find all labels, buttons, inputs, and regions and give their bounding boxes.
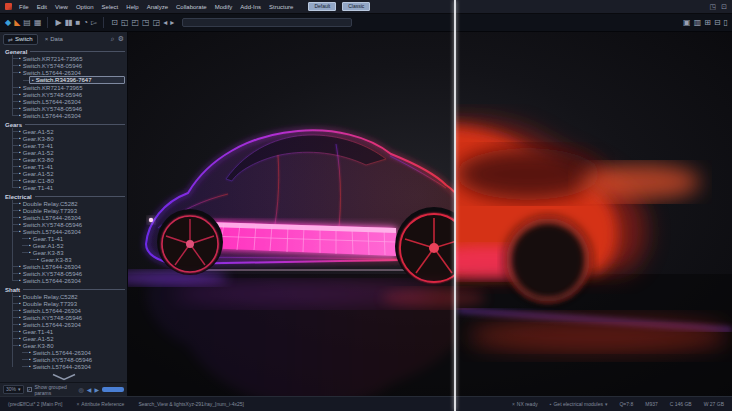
tree-item[interactable]: ▪Gear.A1-52: [19, 128, 125, 135]
tree-item[interactable]: ▪Double Relay.T7393: [19, 300, 125, 307]
tree-item[interactable]: ▪Switch.KY5748-05946: [19, 221, 125, 228]
tree-item[interactable]: ▪Gear.A1-52: [29, 242, 125, 249]
zoom-level-select[interactable]: 30% ▾: [3, 385, 24, 394]
menu-select[interactable]: Select: [102, 4, 119, 10]
tree-trunk-line: [12, 128, 13, 188]
tree-item[interactable]: ▪Switch.L57644-26304: [19, 112, 125, 119]
mode-default-button[interactable]: Default: [308, 2, 336, 11]
save-icon[interactable]: ⊞: [704, 18, 710, 28]
tree-item[interactable]: ▪Gear.T1-41: [19, 328, 125, 335]
grouped-params-checkbox[interactable]: ✓: [27, 387, 32, 392]
print-icon[interactable]: ⊡: [721, 3, 727, 11]
printer-icon[interactable]: ⊡: [111, 18, 117, 28]
image-document-icon[interactable]: ▦: [34, 18, 41, 28]
export-icon[interactable]: ⊟: [714, 18, 720, 28]
play-icon[interactable]: ▶: [55, 18, 60, 28]
tree-item[interactable]: ▪Switch.KY5748-05946: [29, 356, 125, 363]
status-attribute-reference[interactable]: ×Attribute Reference: [76, 401, 124, 407]
tree-item[interactable]: ▪Switch.L57644-26304: [19, 228, 125, 235]
menu-structure[interactable]: Structure: [269, 4, 293, 10]
tree-item[interactable]: ▪Gear.A1-52: [19, 149, 125, 156]
target-icon[interactable]: ◎: [79, 386, 84, 393]
tree-item[interactable]: ▪Switch.L57644-26304: [19, 69, 125, 76]
tree-item[interactable]: ▪Switch.L57644-26304: [19, 277, 125, 284]
tree-item[interactable]: ▪Gear.A1-52: [19, 335, 125, 342]
tree-item[interactable]: ▪Gear.T1-41: [19, 163, 125, 170]
app-logo-icon[interactable]: ◆: [5, 18, 10, 28]
comparison-slider-line[interactable]: [454, 0, 456, 411]
tree-item[interactable]: ▪Switch.KR7214-73965: [19, 84, 125, 91]
menu-addins[interactable]: Add-Ins: [240, 4, 261, 10]
tree-item[interactable]: ▪Switch.R34396-7647: [29, 76, 125, 84]
tree-item[interactable]: ▪Switch.L57644-26304: [29, 349, 125, 356]
tree-item[interactable]: ▪Switch.KY5748-05946: [19, 91, 125, 98]
tree-item[interactable]: ▪Double Relay.C5282: [19, 200, 125, 207]
tree-item[interactable]: ▪Switch.L57644-26304: [19, 321, 125, 328]
tree-item[interactable]: ▪Switch.KR7214-73965: [19, 55, 125, 62]
tree-item[interactable]: ▪Gear.A1-52: [19, 170, 125, 177]
gear-icon[interactable]: ⚙: [118, 35, 124, 43]
stop-icon[interactable]: ■: [75, 18, 79, 28]
document-icon[interactable]: ▤: [23, 18, 30, 28]
arrow-right-icon[interactable]: ▶: [94, 386, 99, 393]
tree-item[interactable]: ▪Switch.L57644-26304: [19, 263, 125, 270]
toolbar-path-field[interactable]: [182, 18, 352, 27]
tree-item[interactable]: ▪Gear.K3-83: [29, 249, 125, 256]
tab-switch[interactable]: ⇄ Switch: [3, 34, 38, 45]
tab-data[interactable]: × Data: [41, 35, 67, 43]
pause-icon[interactable]: ▮▮: [65, 18, 72, 28]
tree-item[interactable]: ▪Double Relay.C5282: [19, 293, 125, 300]
status-marker: M937: [645, 401, 658, 407]
tree-item[interactable]: ▪Double Relay.T7393: [19, 207, 125, 214]
nav-left-icon[interactable]: ◂: [163, 18, 166, 28]
clock-icon[interactable]: ◔: [83, 18, 87, 28]
tree-item[interactable]: ▪Switch.L57644-26304: [29, 363, 125, 370]
close-icon[interactable]: ×: [45, 36, 49, 42]
search-icon[interactable]: ⌕: [111, 35, 115, 43]
tree-item[interactable]: ▪Switch.L57644-26304: [19, 98, 125, 105]
status-modules-dropdown[interactable]: ▪Get electrical modules▾: [550, 401, 608, 407]
tree-item[interactable]: ▪Switch.KY5748-05946: [19, 62, 125, 69]
tree-item[interactable]: ▪Gear.K3-80: [19, 135, 125, 142]
menu-collaborate[interactable]: Collaborate: [176, 4, 207, 10]
viewport-3d[interactable]: [128, 32, 732, 396]
tree-item[interactable]: ▪Gear.K3-80: [19, 156, 125, 163]
menu-edit[interactable]: Edit: [37, 4, 47, 10]
copy-icon[interactable]: ◱: [121, 18, 128, 28]
pointer-tool-icon[interactable]: ◣: [14, 18, 19, 28]
menu-view[interactable]: View: [55, 4, 68, 10]
tree-item[interactable]: ▪Gear.K3-83: [37, 256, 125, 263]
mode-classic-button[interactable]: Classic: [342, 2, 370, 11]
tree-item-label: Switch.KY5748-05946: [23, 63, 82, 69]
tree-item[interactable]: ▪Switch.KY5748-05946: [19, 314, 125, 321]
tree-item[interactable]: ▪Switch.KY5748-05946: [19, 105, 125, 112]
clipboard-icon[interactable]: ◳: [142, 18, 149, 28]
arrow-left-icon[interactable]: ◀: [87, 386, 92, 393]
layout-icon[interactable]: ◳: [710, 3, 717, 11]
menu-help[interactable]: Help: [126, 4, 138, 10]
tree-collapse-chevron[interactable]: [0, 371, 127, 382]
tree-item[interactable]: ▪Switch.L57644-26304: [19, 214, 125, 221]
paste-icon[interactable]: ◰: [132, 18, 139, 28]
snapshot-icon[interactable]: ◲: [153, 18, 160, 28]
tree-item[interactable]: ▪Gear.K3-80: [19, 342, 125, 349]
lock-icon[interactable]: ▣: [683, 18, 690, 28]
nav-right-icon[interactable]: ▸: [170, 18, 173, 28]
tree-item[interactable]: ▪Switch.KY5748-05946: [19, 270, 125, 277]
tree-section-header: Shaft: [5, 286, 125, 293]
app-logo-icon[interactable]: [5, 3, 12, 10]
menu-option[interactable]: Option: [76, 4, 94, 10]
tree-item[interactable]: ▪Gear.C1-80: [19, 177, 125, 184]
tree-item-label: Switch.KY5748-05946: [23, 315, 82, 321]
tree-item[interactable]: ▪Gear.T1-41: [29, 235, 125, 242]
tree-item[interactable]: ▪Gear.T3-41: [19, 142, 125, 149]
menu-analyze[interactable]: Analyze: [147, 4, 168, 10]
menu-modify[interactable]: Modify: [215, 4, 233, 10]
tree-item[interactable]: ▪Gear.T1-41: [19, 184, 125, 191]
package-icon[interactable]: ▥: [694, 18, 701, 28]
tree-item-label: Switch.KR7214-73965: [23, 85, 83, 91]
cursor-icon[interactable]: ▻: [91, 18, 96, 28]
tree-item[interactable]: ▪Switch.L57644-26304: [19, 307, 125, 314]
trash-icon[interactable]: ▯: [724, 18, 727, 28]
menu-file[interactable]: File: [19, 4, 29, 10]
